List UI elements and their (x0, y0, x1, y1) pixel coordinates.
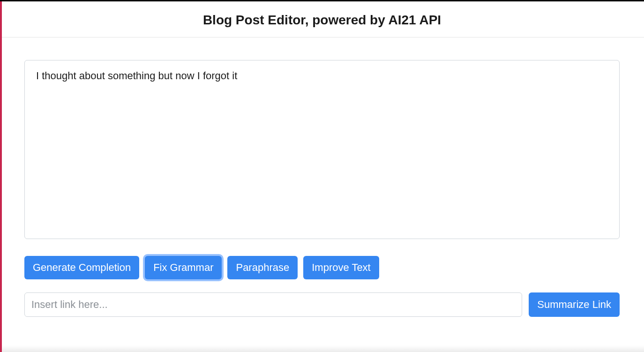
main-container: Generate Completion Fix Grammar Paraphra… (0, 37, 644, 317)
page-header: Blog Post Editor, powered by AI21 API (0, 1, 644, 37)
action-button-row: Generate Completion Fix Grammar Paraphra… (24, 256, 620, 279)
link-row: Summarize Link (24, 292, 620, 317)
left-accent-border (0, 1, 2, 352)
improve-text-button[interactable]: Improve Text (303, 256, 379, 279)
blog-post-textarea[interactable] (24, 60, 620, 239)
link-input[interactable] (24, 292, 522, 317)
summarize-link-button[interactable]: Summarize Link (529, 292, 620, 317)
fix-grammar-button[interactable]: Fix Grammar (145, 256, 222, 279)
bottom-shadow (2, 345, 644, 352)
generate-completion-button[interactable]: Generate Completion (24, 256, 139, 279)
paraphrase-button[interactable]: Paraphrase (227, 256, 298, 279)
page-title: Blog Post Editor, powered by AI21 API (0, 13, 644, 28)
